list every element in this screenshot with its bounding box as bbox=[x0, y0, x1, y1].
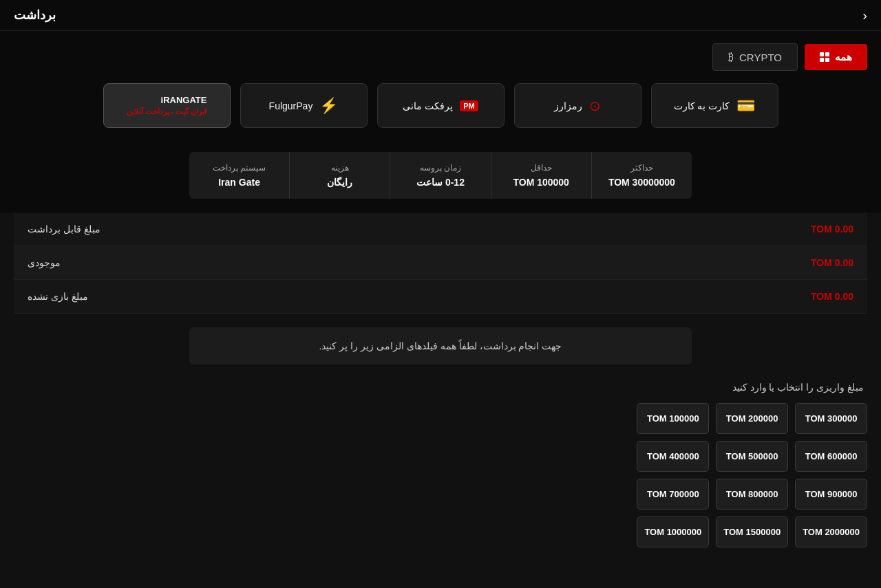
max-label: حداکثر bbox=[606, 163, 678, 173]
amount-btn-6[interactable]: TOM 900000 bbox=[795, 479, 867, 510]
min-value: TOM 100000 bbox=[505, 177, 577, 188]
crypto-button[interactable]: CRYPTO ₿ bbox=[712, 43, 798, 71]
info-table: حداکثر TOM 30000000 حداقل TOM 100000 زما… bbox=[189, 152, 692, 199]
pm-icon: PM bbox=[460, 100, 478, 111]
notice-text: جهت انجام برداشت، لطفاً همه فیلدهای الزا… bbox=[319, 340, 562, 351]
grid-icon bbox=[820, 52, 829, 62]
fulgurpay-icon: ⚡ bbox=[319, 97, 338, 115]
crypto-label: CRYPTO bbox=[739, 52, 782, 63]
back-button[interactable]: ‹ bbox=[862, 8, 867, 23]
bitcoin-icon: ₿ bbox=[728, 51, 734, 63]
pm-irangate[interactable]: iRANGATE ایران گیت - پرداخت آنلاین bbox=[103, 83, 231, 128]
amount-btn-1[interactable]: TOM 200000 bbox=[716, 403, 788, 434]
fulgurpay-label: FulgurPay bbox=[269, 100, 313, 111]
payment-methods: 💳 کارت به کارت ⊙ رمزارز PM پرفکت مانی ⚡ … bbox=[0, 83, 881, 145]
amount-btn-2[interactable]: TOM 100000 bbox=[637, 403, 709, 434]
amount-title: مبلغ واریزی را انتخاب یا وارد کنید bbox=[14, 382, 867, 393]
top-bar: همه CRYPTO ₿ bbox=[0, 31, 881, 83]
balance-section: TOM 0.00 مبلغ قابل برداشت TOM 0.00 موجود… bbox=[0, 213, 881, 314]
amount-grid: TOM 300000TOM 200000TOM 100000TOM 600000… bbox=[637, 403, 867, 547]
pm-perfektmani[interactable]: PM پرفکت مانی bbox=[377, 83, 505, 128]
system-value: Iran Gate bbox=[203, 177, 275, 188]
karte-label: کارت به کارت bbox=[674, 100, 730, 111]
page-title: برداشت bbox=[14, 8, 56, 23]
min-label: حداقل bbox=[505, 163, 577, 173]
amount-btn-9[interactable]: TOM 2000000 bbox=[795, 516, 867, 547]
karte-icon: 💳 bbox=[736, 97, 755, 115]
process-value: 0-12 ساعت bbox=[404, 177, 476, 188]
balance-row-withdrawable: TOM 0.00 مبلغ قابل برداشت bbox=[14, 213, 867, 246]
pm-karte[interactable]: 💳 کارت به کارت bbox=[651, 83, 778, 128]
balance-unplayed-label: مبلغ بازی نشده bbox=[28, 291, 88, 302]
info-min: حداقل TOM 100000 bbox=[491, 152, 591, 199]
amount-btn-8[interactable]: TOM 700000 bbox=[637, 479, 709, 510]
amount-btn-3[interactable]: TOM 600000 bbox=[795, 441, 867, 472]
remzarz-label: رمزارز bbox=[554, 100, 582, 111]
balance-unplayed-value: TOM 0.00 bbox=[811, 291, 853, 302]
amount-btn-11[interactable]: TOM 1000000 bbox=[637, 516, 709, 547]
balance-row-mojoudi: TOM 0.00 موجودی bbox=[14, 246, 867, 280]
hame-button[interactable]: همه bbox=[805, 44, 867, 70]
info-table-wrap: حداکثر TOM 30000000 حداقل TOM 100000 زما… bbox=[0, 145, 881, 213]
info-fee: هزینه رایگان bbox=[289, 152, 390, 199]
fee-value: رایگان bbox=[304, 177, 376, 188]
amount-btn-5[interactable]: TOM 400000 bbox=[637, 441, 709, 472]
pm-remzarz[interactable]: ⊙ رمزارز bbox=[514, 83, 641, 128]
amount-btn-10[interactable]: TOM 1500000 bbox=[716, 516, 788, 547]
hame-label: همه bbox=[835, 51, 852, 63]
process-label: زمان پروسه bbox=[404, 163, 476, 173]
fee-label: هزینه bbox=[304, 163, 376, 173]
balance-row-unplayed: TOM 0.00 مبلغ بازی نشده bbox=[14, 280, 867, 314]
notice-box: جهت انجام برداشت، لطفاً همه فیلدهای الزا… bbox=[189, 327, 692, 364]
perfektmani-label: پرفکت مانی bbox=[403, 100, 453, 111]
info-process: زمان پروسه 0-12 ساعت bbox=[390, 152, 490, 199]
header: ‹ برداشت bbox=[0, 0, 881, 31]
amount-btn-7[interactable]: TOM 800000 bbox=[716, 479, 788, 510]
balance-mojoudi-label: موجودی bbox=[28, 257, 61, 268]
amount-btn-4[interactable]: TOM 500000 bbox=[716, 441, 788, 472]
irangate-logo: iRANGATE ایران گیت - پرداخت آنلاین bbox=[127, 95, 207, 116]
balance-mojoudi-value: TOM 0.00 bbox=[811, 257, 853, 268]
pm-fulgurpay[interactable]: ⚡ FulgurPay bbox=[240, 83, 368, 128]
remzarz-icon: ⊙ bbox=[589, 98, 601, 114]
balance-withdrawable-label: مبلغ قابل برداشت bbox=[28, 224, 100, 235]
system-label: سیستم پرداخت bbox=[203, 163, 275, 173]
info-system: سیستم پرداخت Iran Gate bbox=[189, 152, 289, 199]
max-value: TOM 30000000 bbox=[606, 177, 678, 188]
amount-btn-0[interactable]: TOM 300000 bbox=[795, 403, 867, 434]
notice-wrap: جهت انجام برداشت، لطفاً همه فیلدهای الزا… bbox=[0, 314, 881, 371]
amount-section: مبلغ واریزی را انتخاب یا وارد کنید TOM 3… bbox=[0, 371, 881, 561]
info-max: حداکثر TOM 30000000 bbox=[591, 152, 692, 199]
balance-withdrawable-value: TOM 0.00 bbox=[811, 224, 853, 235]
